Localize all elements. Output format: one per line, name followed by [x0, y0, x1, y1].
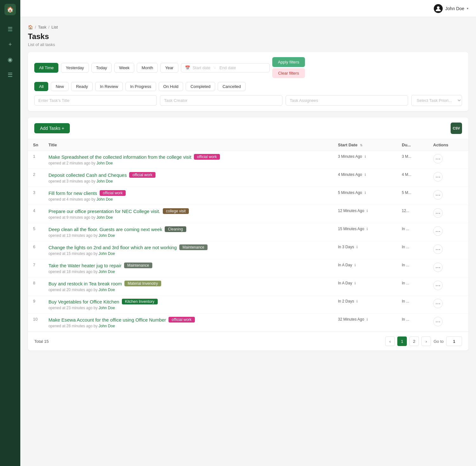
date-btn-yesterday[interactable]: Yesterday: [61, 63, 89, 73]
info-icon[interactable]: ℹ: [367, 317, 368, 321]
task-title-link[interactable]: Take the Water heater jug to repair: [49, 263, 122, 268]
page-content: 🏠 / Task / List Tasks List of all tasks …: [20, 17, 476, 466]
csv-export-button[interactable]: CSV: [451, 123, 462, 134]
task-tag: Cleaning: [165, 226, 186, 232]
apply-filters-button[interactable]: Apply filters: [272, 57, 305, 67]
status-btn-cancelled[interactable]: Cancelled: [218, 82, 246, 91]
task-tag: college visit: [163, 208, 189, 214]
info-icon[interactable]: ℹ: [365, 173, 366, 176]
page-btn-1[interactable]: 1: [397, 336, 407, 346]
sidebar-item-add[interactable]: +: [4, 38, 17, 51]
task-sn: 2: [28, 169, 43, 187]
start-date-placeholder: Start date: [193, 65, 210, 70]
status-btn-inreview[interactable]: In Review: [95, 82, 123, 91]
task-action-button[interactable]: ⋯: [433, 244, 443, 254]
task-opened-by[interactable]: John Doe: [99, 233, 115, 238]
date-btn-month[interactable]: Month: [137, 63, 158, 73]
task-meta: opened at 18 minutes ago by John Doe: [49, 270, 328, 274]
task-priority-select[interactable]: Select Task Priori... Low Medium High: [411, 95, 462, 106]
page-btn-2[interactable]: 2: [409, 336, 419, 346]
date-btn-week[interactable]: Week: [114, 63, 134, 73]
sidebar-item-list[interactable]: ☰: [4, 69, 17, 81]
task-action-button[interactable]: ⋯: [433, 263, 443, 272]
sidebar-item-globe[interactable]: ◉: [4, 53, 17, 66]
task-creator-input[interactable]: [160, 95, 282, 106]
task-opened-by[interactable]: John Doe: [96, 179, 113, 183]
date-btn-today[interactable]: Today: [91, 63, 112, 73]
sidebar-item-home[interactable]: ☰: [4, 23, 17, 36]
task-tag: Material Invenotry: [124, 281, 161, 286]
status-btn-inprogress[interactable]: In Progress: [125, 82, 156, 91]
task-tag: official work: [129, 172, 155, 178]
user-menu[interactable]: John Doe ▾: [434, 4, 468, 13]
task-start-date: 32 Minutes Ago ℹ: [333, 314, 397, 332]
task-opened-by[interactable]: John Doe: [99, 324, 115, 328]
topbar: John Doe ▾: [20, 0, 476, 17]
tasks-header: Add Tasks + CSV: [28, 117, 468, 139]
status-btn-all[interactable]: All: [34, 82, 48, 91]
next-page-button[interactable]: ›: [421, 336, 431, 346]
task-opened-by[interactable]: John Doe: [99, 251, 115, 256]
task-opened-by[interactable]: John Doe: [96, 197, 113, 202]
info-icon[interactable]: ℹ: [354, 263, 356, 267]
task-title-link[interactable]: Fill form for new clients: [49, 190, 97, 196]
status-btn-new[interactable]: New: [51, 82, 69, 91]
task-action-button[interactable]: ⋯: [433, 281, 443, 290]
task-title-input[interactable]: [34, 95, 157, 106]
task-opened-by[interactable]: John Doe: [99, 306, 115, 310]
task-action-button[interactable]: ⋯: [433, 190, 443, 200]
task-title-link[interactable]: Deposit collected Cash and Cheques: [49, 172, 127, 178]
date-range-input[interactable]: 📅 Start date - End date: [181, 63, 270, 72]
table-row: 6 Change the lights on 2nd and 3rd floor…: [28, 241, 468, 259]
end-date-placeholder: End date: [219, 65, 236, 70]
task-sn: 7: [28, 259, 43, 277]
task-title-cell: Fill form for new clients official work …: [43, 187, 333, 205]
tasks-tbody: 1 Make Spreadsheet of the collected info…: [28, 151, 468, 332]
task-meta: opened at 3 minutes ago by John Doe: [49, 179, 328, 183]
status-btn-ready[interactable]: Ready: [71, 82, 93, 91]
breadcrumb-home-icon[interactable]: 🏠: [28, 25, 33, 30]
task-start-date: 5 Minutes Ago ℹ: [333, 187, 397, 205]
info-icon[interactable]: ℹ: [365, 191, 366, 195]
breadcrumb-task[interactable]: Task: [38, 25, 47, 30]
task-assignees-input[interactable]: [286, 95, 408, 106]
task-opened-by[interactable]: John Doe: [96, 161, 113, 165]
goto-page-input[interactable]: [446, 336, 462, 346]
task-opened-by[interactable]: John Doe: [96, 215, 113, 220]
info-icon[interactable]: ℹ: [367, 227, 368, 231]
date-btn-alltime[interactable]: All Time: [34, 63, 58, 73]
task-title-link[interactable]: Buy and restock in Tea break room: [49, 281, 122, 286]
info-icon[interactable]: ℹ: [367, 209, 368, 213]
task-opened-by[interactable]: John Doe: [99, 288, 115, 292]
date-btn-year[interactable]: Year: [160, 63, 178, 73]
task-action-button[interactable]: ⋯: [433, 172, 443, 182]
status-btn-completed[interactable]: Completed: [186, 82, 215, 91]
search-row: Select Task Priori... Low Medium High: [34, 95, 462, 106]
clear-filters-button[interactable]: Clear filters: [272, 68, 305, 78]
task-title-link[interactable]: Deep clean all the floor. Guests are com…: [49, 227, 162, 232]
col-startdate[interactable]: Start Date ⇅: [333, 139, 397, 151]
task-title-link[interactable]: Make Esewa Account for the office using …: [49, 317, 166, 323]
prev-page-button[interactable]: ‹: [385, 336, 395, 346]
info-icon[interactable]: ℹ: [356, 299, 358, 303]
info-icon[interactable]: ℹ: [365, 155, 366, 158]
goto-label: Go to: [433, 339, 444, 344]
status-btn-onhold[interactable]: On Hold: [159, 82, 183, 91]
task-action-button[interactable]: ⋯: [433, 226, 443, 236]
task-title-link[interactable]: Prepare our office presentation for NEC …: [49, 209, 160, 214]
task-title-link[interactable]: Buy Vegetables for Office Kitchen: [49, 299, 119, 304]
task-title-link[interactable]: Change the lights on 2nd and 3rd floor w…: [49, 245, 177, 250]
task-sn: 9: [28, 296, 43, 314]
task-action-button[interactable]: ⋯: [433, 154, 443, 163]
task-action-button[interactable]: ⋯: [433, 299, 443, 308]
info-icon[interactable]: ℹ: [356, 245, 358, 249]
task-opened-by[interactable]: John Doe: [99, 270, 115, 274]
task-title-link[interactable]: Make Spreadsheet of the collected inform…: [49, 154, 191, 160]
add-task-button[interactable]: Add Tasks +: [34, 123, 70, 133]
page-subtitle: List of all tasks: [28, 42, 468, 47]
task-meta: opened at 28 minutes ago by John Doe: [49, 324, 328, 328]
app-logo[interactable]: 🏠: [4, 4, 16, 15]
info-icon[interactable]: ℹ: [354, 281, 356, 285]
task-action-button[interactable]: ⋯: [433, 317, 443, 326]
task-action-button[interactable]: ⋯: [433, 208, 443, 218]
